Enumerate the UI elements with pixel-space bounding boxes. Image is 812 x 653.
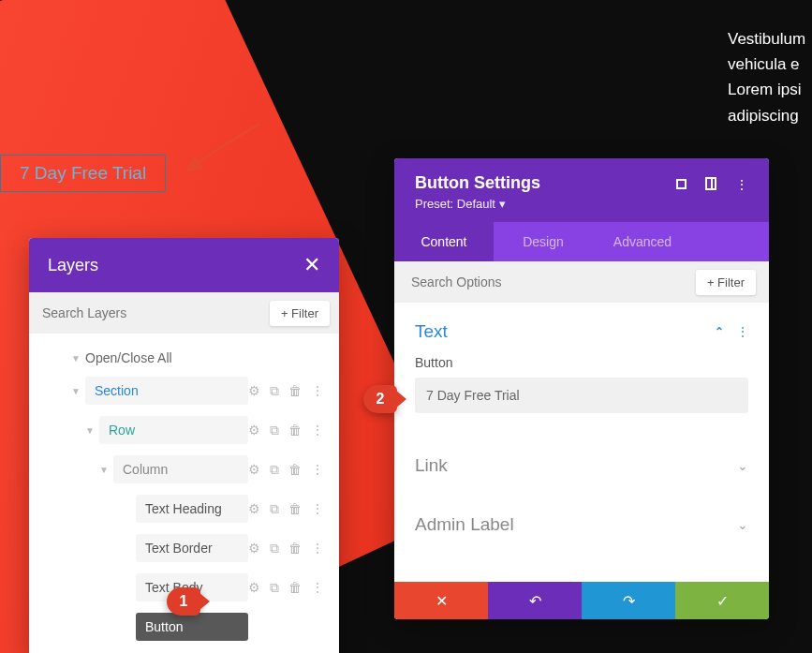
chevron-down-icon: ⌄ <box>737 458 748 473</box>
tab-advanced[interactable]: Advanced <box>593 222 692 261</box>
button-text-input[interactable] <box>415 378 748 413</box>
caret-icon: ▼ <box>95 465 113 475</box>
search-layers-input[interactable] <box>38 300 270 326</box>
gear-icon[interactable]: ⚙ <box>248 619 260 635</box>
annotation-arrow <box>187 120 272 176</box>
close-icon[interactable]: ✕ <box>303 253 320 277</box>
callout-badge-1: 1 <box>167 587 200 616</box>
tab-design[interactable]: Design <box>494 222 593 261</box>
gear-icon[interactable]: ⚙ <box>248 501 260 517</box>
tree-label: Column <box>113 455 248 483</box>
tree-label: Section <box>85 377 248 405</box>
redo-button[interactable]: ↷ <box>582 582 675 619</box>
trash-icon[interactable]: 🗑 <box>288 580 302 596</box>
background-text: Vestibulum vehicula e Lorem ipsi adipisc… <box>728 26 812 128</box>
tree-label: Text Border <box>136 534 248 562</box>
duplicate-icon[interactable]: ⧉ <box>270 501 279 517</box>
split-view-icon[interactable] <box>705 177 716 193</box>
section-text[interactable]: Text ⌃ ⋮ <box>415 316 748 355</box>
gear-icon[interactable]: ⚙ <box>248 383 260 399</box>
trash-icon[interactable]: 🗑 <box>288 541 302 557</box>
tree-label: Button <box>136 613 248 641</box>
caret-icon: ▼ <box>66 386 85 396</box>
duplicate-icon[interactable]: ⧉ <box>270 619 279 635</box>
caret-icon: ▼ <box>81 425 99 436</box>
caret-icon: ▼ <box>66 353 85 364</box>
preset-selector[interactable]: Preset: Default ▾ <box>415 197 540 211</box>
preview-button-text: 7 Day Free Trial <box>20 163 146 183</box>
search-options-input[interactable] <box>407 269 696 295</box>
trash-icon[interactable]: 🗑 <box>288 619 302 635</box>
tab-content[interactable]: Content <box>394 222 494 261</box>
layers-search-row: + Filter <box>29 292 339 334</box>
section-link[interactable]: Link ⌄ <box>394 436 769 495</box>
tree-module-text-border[interactable]: Text Border ⚙ ⧉ 🗑 ⋮ <box>29 528 339 568</box>
settings-body: Text ⌃ ⋮ Button <box>394 303 769 436</box>
tree-section[interactable]: ▼ Section ⚙ ⧉ 🗑 ⋮ <box>29 371 339 410</box>
settings-footer: ✕ ↶ ↷ ✓ <box>394 582 769 619</box>
open-close-all[interactable]: ▼ Open/Close All <box>29 345 339 371</box>
more-icon[interactable]: ⋮ <box>735 177 748 193</box>
callout-badge-2: 2 <box>363 385 397 413</box>
more-icon[interactable]: ⋮ <box>311 619 324 635</box>
trash-icon[interactable]: 🗑 <box>288 462 302 478</box>
duplicate-icon[interactable]: ⧉ <box>270 423 279 438</box>
duplicate-icon[interactable]: ⧉ <box>270 580 279 596</box>
more-icon[interactable]: ⋮ <box>311 423 324 438</box>
discard-button[interactable]: ✕ <box>394 582 488 619</box>
chevron-up-icon[interactable]: ⌃ <box>715 325 724 338</box>
gear-icon[interactable]: ⚙ <box>248 423 260 438</box>
button-field-label: Button <box>415 355 748 370</box>
layers-panel-title: Layers <box>48 256 98 275</box>
more-icon[interactable]: ⋮ <box>311 541 324 557</box>
tree-row[interactable]: ▼ Row ⚙ ⧉ 🗑 ⋮ <box>29 410 339 450</box>
more-icon[interactable]: ⋮ <box>737 325 748 338</box>
tree-label: Row <box>99 416 248 444</box>
gear-icon[interactable]: ⚙ <box>248 462 260 478</box>
duplicate-icon[interactable]: ⧉ <box>270 383 279 399</box>
gear-icon[interactable]: ⚙ <box>248 580 260 596</box>
trash-icon[interactable]: 🗑 <box>288 423 302 438</box>
layers-panel-header: Layers ✕ <box>29 238 339 292</box>
duplicate-icon[interactable]: ⧉ <box>270 541 279 557</box>
expand-icon[interactable] <box>676 177 687 193</box>
settings-tabs: Content Design Advanced <box>394 222 769 261</box>
duplicate-icon[interactable]: ⧉ <box>270 462 279 478</box>
more-icon[interactable]: ⋮ <box>311 580 324 596</box>
more-icon[interactable]: ⋮ <box>311 501 324 517</box>
chevron-down-icon: ⌄ <box>737 517 748 532</box>
trash-icon[interactable]: 🗑 <box>288 383 302 399</box>
more-icon[interactable]: ⋮ <box>311 383 324 399</box>
undo-button[interactable]: ↶ <box>488 582 582 619</box>
settings-panel: Button Settings Preset: Default ▾ ⋮ Cont… <box>394 158 769 619</box>
tree-module-text-heading[interactable]: Text Heading ⚙ ⧉ 🗑 ⋮ <box>29 489 339 528</box>
save-button[interactable]: ✓ <box>675 582 769 619</box>
settings-search-row: + Filter <box>394 261 769 303</box>
more-icon[interactable]: ⋮ <box>311 462 324 478</box>
tree-column[interactable]: ▼ Column ⚙ ⧉ 🗑 ⋮ <box>29 450 339 489</box>
trash-icon[interactable]: 🗑 <box>288 501 302 517</box>
preview-button-element[interactable]: 7 Day Free Trial <box>0 155 166 192</box>
tree-label: Text Heading <box>136 495 248 523</box>
layers-filter-button[interactable]: + Filter <box>270 301 330 326</box>
section-admin-label[interactable]: Admin Label ⌄ <box>394 495 769 554</box>
settings-filter-button[interactable]: + Filter <box>696 270 756 295</box>
gear-icon[interactable]: ⚙ <box>248 541 260 557</box>
settings-header: Button Settings Preset: Default ▾ ⋮ <box>394 158 769 222</box>
settings-title: Button Settings <box>415 173 540 193</box>
